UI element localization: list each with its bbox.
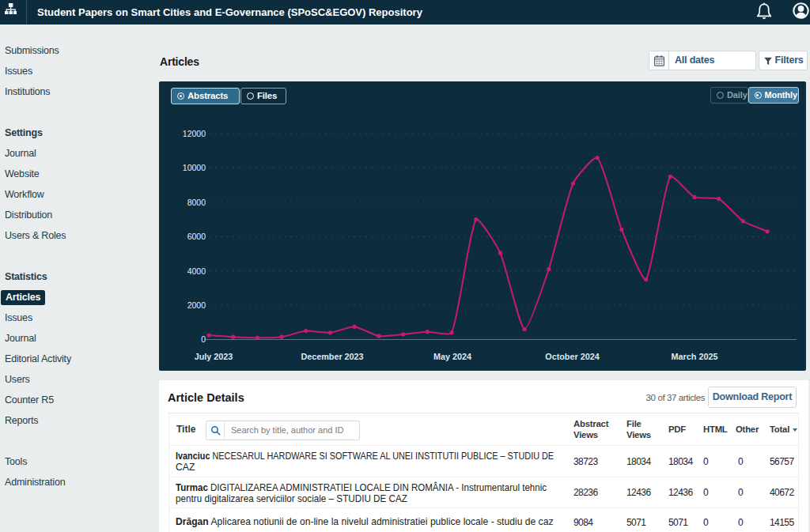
- svg-text:2000: 2000: [187, 300, 206, 310]
- svg-text:December 2023: December 2023: [301, 352, 363, 361]
- svg-text:July 2023: July 2023: [195, 352, 233, 361]
- svg-text:May 2024: May 2024: [433, 352, 471, 361]
- svg-text:12000: 12000: [183, 129, 206, 138]
- svg-text:4000: 4000: [187, 266, 206, 276]
- svg-text:0: 0: [201, 334, 206, 344]
- svg-text:10000: 10000: [183, 163, 206, 172]
- svg-text:March 2025: March 2025: [672, 352, 718, 361]
- svg-text:6000: 6000: [187, 232, 206, 241]
- svg-text:8000: 8000: [187, 198, 206, 207]
- svg-text:October 2024: October 2024: [545, 352, 599, 361]
